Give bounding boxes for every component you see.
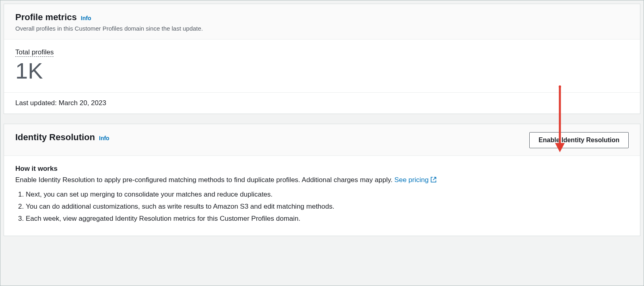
total-profiles-label: Total profiles [15,48,54,57]
how-it-works-description: Enable Identity Resolution to apply pre-… [15,176,629,185]
how-it-works-title: How it works [15,165,629,173]
profile-metrics-panel: Profile metrics Info Overall profiles in… [4,4,640,114]
identity-resolution-panel: Identity Resolution Info Enable Identity… [4,124,640,236]
step-item: You can do additional customizations, su… [26,203,629,211]
identity-resolution-body: How it works Enable Identity Resolution … [4,156,640,236]
see-pricing-label: See pricing [394,176,429,184]
profile-metrics-title: Profile metrics [15,12,77,23]
step-item: Next, you can set up merging to consolid… [26,191,629,199]
total-profiles-value: 1K [15,58,629,83]
see-pricing-link[interactable]: See pricing [394,176,437,184]
profile-metrics-body: Total profiles 1K [4,39,640,93]
identity-resolution-info-link[interactable]: Info [99,135,109,141]
last-updated-value: March 20, 2023 [59,99,106,107]
step-item: Each week, view aggregated Identity Reso… [26,215,629,223]
last-updated-prefix: Last updated: [15,99,59,107]
profile-metrics-header: Profile metrics Info Overall profiles in… [4,4,640,39]
identity-resolution-title: Identity Resolution [15,132,95,143]
profile-metrics-subtitle: Overall profiles in this Customer Profil… [15,25,203,32]
how-it-works-steps: Next, you can set up merging to consolid… [15,191,629,223]
how-it-works-text: Enable Identity Resolution to apply pre-… [15,176,394,184]
identity-resolution-header: Identity Resolution Info Enable Identity… [4,124,640,156]
enable-identity-resolution-button[interactable]: Enable Identity Resolution [529,132,629,148]
external-link-icon [430,176,437,185]
profile-metrics-info-link[interactable]: Info [81,15,91,21]
last-updated-row: Last updated: March 20, 2023 [4,93,640,114]
